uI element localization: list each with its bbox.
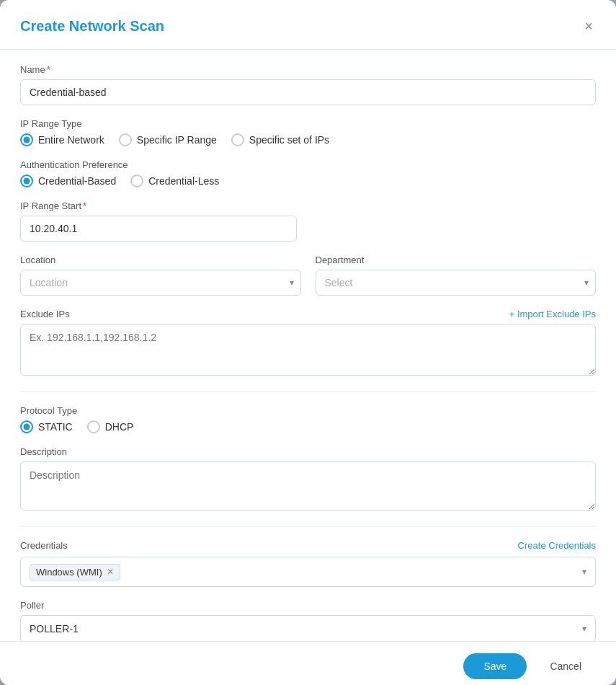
import-exclude-ips-link[interactable]: + Import Exclude IPs (509, 309, 596, 319)
protocol-type-radio-group: STATIC DHCP (20, 420, 596, 433)
ip-range-type-group: IP Range Type Entire Network Specific IP… (20, 118, 596, 146)
auth-pref-label: Authentication Preference (20, 159, 596, 170)
location-select[interactable]: Location (20, 270, 301, 296)
ip-range-start-group: IP Range Start* (20, 200, 596, 242)
credential-tag-label: Windows (WMI) (36, 567, 102, 578)
modal-header: Create Network Scan × (0, 0, 616, 50)
credential-tag-close-icon[interactable]: ✕ (107, 567, 114, 576)
ip-range-type-label: IP Range Type (20, 118, 596, 129)
department-select[interactable]: Select (316, 270, 597, 296)
radio-static[interactable]: STATIC (20, 420, 73, 433)
poller-label: Poller (20, 600, 596, 611)
radio-credential-less-label: Credential-Less (148, 175, 219, 187)
radio-specific-ip-range-label: Specific IP Range (137, 134, 217, 146)
poller-value: POLLER-1 (30, 623, 79, 635)
radio-static-input[interactable] (20, 420, 33, 433)
location-group: Location Location ▾ (20, 255, 301, 296)
radio-dhcp[interactable]: DHCP (87, 420, 134, 433)
credentials-select-box[interactable]: Windows (WMI) ✕ ▾ (20, 557, 596, 587)
radio-entire-network[interactable]: Entire Network (20, 133, 104, 146)
auth-pref-radio-group: Credential-Based Credential-Less (20, 174, 596, 187)
location-select-wrapper: Location ▾ (20, 270, 301, 296)
radio-specific-ip-range-input[interactable] (119, 133, 132, 146)
create-network-scan-modal: Create Network Scan × Name* IP Range Typ… (0, 0, 616, 685)
save-button[interactable]: Save (463, 653, 527, 679)
location-label: Location (20, 255, 301, 265)
credential-tag-windows-wmi: Windows (WMI) ✕ (30, 564, 120, 580)
cancel-button[interactable]: Cancel (535, 653, 596, 679)
name-label: Name* (20, 64, 596, 75)
name-required-star: * (47, 64, 50, 75)
department-select-wrapper: Select ▾ (316, 270, 597, 296)
modal-body: Name* IP Range Type Entire Network Speci… (0, 50, 616, 641)
location-department-group: Location Location ▾ Department Select (20, 255, 596, 296)
exclude-ips-group: Exclude IPs + Import Exclude IPs (20, 309, 596, 379)
poller-select-box[interactable]: POLLER-1 ▾ (20, 615, 596, 641)
poller-chevron-icon: ▾ (582, 624, 586, 634)
radio-credential-less-input[interactable] (130, 174, 143, 187)
protocol-type-label: Protocol Type (20, 405, 596, 416)
radio-specific-set-ips-input[interactable] (231, 133, 244, 146)
radio-specific-ip-range[interactable]: Specific IP Range (119, 133, 217, 146)
radio-specific-set-ips-label: Specific set of IPs (249, 134, 329, 146)
credentials-tags: Windows (WMI) ✕ (30, 564, 120, 580)
section-divider-2 (20, 526, 596, 527)
radio-static-label: STATIC (38, 421, 73, 433)
credentials-group: Credentials Create Credentials Windows (… (20, 540, 596, 587)
auth-pref-group: Authentication Preference Credential-Bas… (20, 159, 596, 187)
department-label: Department (316, 255, 597, 265)
modal-title: Create Network Scan (20, 18, 164, 35)
credentials-chevron-icon: ▾ (582, 567, 586, 577)
ip-range-type-radio-group: Entire Network Specific IP Range Specifi… (20, 133, 596, 146)
radio-credential-based-input[interactable] (20, 174, 33, 187)
radio-credential-based-label: Credential-Based (38, 175, 116, 187)
radio-entire-network-input[interactable] (20, 133, 33, 146)
exclude-ips-label: Exclude IPs (20, 309, 70, 319)
protocol-type-group: Protocol Type STATIC DHCP (20, 405, 596, 433)
description-group: Description (20, 446, 596, 513)
description-label: Description (20, 446, 596, 457)
modal-footer: Save Cancel (0, 641, 616, 685)
exclude-ips-textarea[interactable] (20, 324, 596, 376)
radio-credential-based[interactable]: Credential-Based (20, 174, 116, 187)
name-input[interactable] (20, 79, 596, 105)
section-divider-1 (20, 392, 596, 392)
create-credentials-link[interactable]: Create Credentials (518, 540, 596, 551)
department-group: Department Select ▾ (316, 255, 597, 296)
poller-group: Poller POLLER-1 ▾ (20, 600, 596, 641)
description-textarea[interactable] (20, 461, 596, 511)
close-button[interactable]: × (581, 16, 596, 36)
ip-range-start-label: IP Range Start* (20, 200, 596, 211)
ip-range-start-required-star: * (83, 200, 86, 211)
credentials-label: Credentials (20, 540, 68, 551)
radio-entire-network-label: Entire Network (38, 134, 104, 146)
radio-credential-less[interactable]: Credential-Less (130, 174, 219, 187)
modal-overlay: Create Network Scan × Name* IP Range Typ… (0, 0, 616, 685)
credentials-header: Credentials Create Credentials (20, 540, 596, 551)
radio-specific-set-ips[interactable]: Specific set of IPs (231, 133, 329, 146)
radio-dhcp-label: DHCP (105, 421, 134, 433)
exclude-ips-header: Exclude IPs + Import Exclude IPs (20, 309, 596, 319)
radio-dhcp-input[interactable] (87, 420, 100, 433)
name-group: Name* (20, 64, 596, 105)
ip-range-start-input[interactable] (20, 216, 297, 242)
